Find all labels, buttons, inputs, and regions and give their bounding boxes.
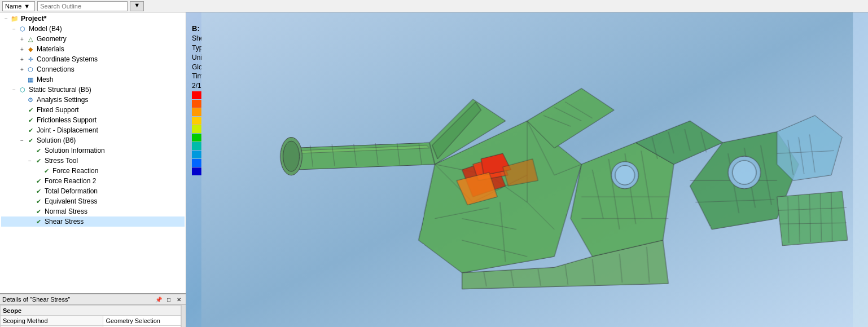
expand-icon-3[interactable]: + [18, 45, 26, 53]
details-header: Details of "Shear Stress" 📌 □ ✕ [0, 294, 186, 305]
details-section-header: Scope [1, 306, 181, 316]
expand-icon-9[interactable] [18, 106, 26, 114]
tree-item-20[interactable]: ✔Shear Stress [1, 216, 185, 227]
item-icon-10: ✔ [26, 116, 35, 125]
expand-icon-8[interactable] [18, 96, 26, 104]
expand-icon-13[interactable] [26, 147, 34, 154]
tree-item-3[interactable]: +◆Materials [1, 44, 185, 54]
item-label-8: Analysis Settings [37, 96, 88, 104]
item-icon-0: 📁 [10, 14, 19, 23]
expand-icon-20[interactable] [26, 218, 34, 226]
tree-item-11[interactable]: ✔Joint - Displacement [1, 125, 185, 135]
item-icon-12: ✔ [26, 136, 35, 145]
item-label-0: Project* [21, 15, 46, 23]
name-label: Name [5, 3, 21, 10]
details-close-button[interactable]: ✕ [174, 295, 183, 304]
item-icon-6: ▦ [26, 75, 35, 84]
details-title: Details of "Shear Stress" [2, 296, 70, 303]
details-table: ScopeScoping MethodGeometry SelectionGeo… [0, 305, 181, 327]
viewport[interactable]: B: Static Structural Shear Stress Type: … [186, 12, 868, 327]
tree-item-0[interactable]: −📁Project* [1, 14, 185, 24]
item-label-5: Connections [37, 65, 74, 73]
main-content: −📁Project*−⬡Model (B4)+△Geometry+◆Materi… [0, 12, 868, 327]
item-label-16: Force Reaction 2 [45, 177, 96, 185]
expand-icon-4[interactable]: + [18, 55, 26, 63]
tree-item-16[interactable]: ✔Force Reaction 2 [1, 176, 185, 186]
expand-icon-6[interactable] [18, 76, 26, 83]
tree-item-18[interactable]: ✔Equivalent Stress [1, 196, 185, 206]
expand-icon-7[interactable]: − [10, 86, 18, 94]
svg-point-62 [615, 165, 635, 185]
item-label-3: Materials [37, 45, 64, 53]
item-icon-14: ✔ [34, 156, 43, 165]
tree-item-12[interactable]: −✔Solution (B6) [1, 135, 185, 145]
search-input[interactable] [37, 1, 128, 11]
tree-item-13[interactable]: ✔Solution Information [1, 145, 185, 156]
expand-icon-0[interactable]: − [2, 15, 10, 23]
item-label-19: Normal Stress [45, 207, 87, 215]
expand-icon-2[interactable]: + [18, 35, 26, 43]
item-icon-4: ✛ [26, 55, 35, 64]
item-icon-7: ⬡ [18, 85, 27, 94]
expand-icon-17[interactable] [26, 187, 34, 195]
expand-icon-12[interactable]: − [18, 136, 26, 144]
svg-marker-70 [777, 191, 848, 245]
tree-item-2[interactable]: +△Geometry [1, 34, 185, 44]
expand-icon-10[interactable] [18, 116, 26, 124]
top-bar: Name ▼ ▼ [0, 0, 868, 12]
tree-item-19[interactable]: ✔Normal Stress [1, 206, 185, 216]
tree-item-1[interactable]: −⬡Model (B4) [1, 24, 185, 34]
expand-icon-15[interactable] [34, 167, 42, 175]
item-label-13: Solution Information [45, 147, 105, 154]
expand-icon-19[interactable] [26, 207, 34, 215]
fea-visualization [186, 12, 868, 327]
tree-item-8[interactable]: ⚙Analysis Settings [1, 95, 185, 105]
expand-icon-18[interactable] [26, 197, 34, 205]
item-label-10: Frictionless Support [37, 116, 97, 124]
item-icon-8: ⚙ [26, 95, 35, 104]
expand-icon-11[interactable] [18, 126, 26, 134]
expand-icon-14[interactable]: − [26, 157, 34, 165]
svg-point-60 [283, 141, 299, 171]
tree-item-10[interactable]: ✔Frictionless Support [1, 115, 185, 125]
item-label-14: Stress Tool [45, 157, 78, 165]
item-icon-19: ✔ [34, 207, 43, 216]
item-icon-11: ✔ [26, 126, 35, 135]
item-icon-1: ⬡ [18, 24, 27, 33]
tree-item-14[interactable]: −✔Stress Tool [1, 156, 185, 166]
item-icon-16: ✔ [34, 176, 43, 185]
item-icon-9: ✔ [26, 105, 35, 114]
item-icon-3: ◆ [26, 45, 35, 54]
expand-icon-1[interactable]: − [10, 25, 18, 33]
tree-item-17[interactable]: ✔Total Deformation [1, 186, 185, 196]
expand-icon-16[interactable] [26, 177, 34, 185]
item-label-11: Joint - Displacement [37, 126, 98, 134]
tree-item-9[interactable]: ✔Fixed Support [1, 105, 185, 115]
details-scrollbar[interactable] [181, 305, 186, 327]
item-icon-18: ✔ [34, 197, 43, 206]
tree-item-7[interactable]: −⬡Static Structural (B5) [1, 85, 185, 95]
details-pin-button[interactable]: 📌 [154, 295, 163, 304]
item-icon-2: △ [26, 34, 35, 43]
expand-icon-5[interactable]: + [18, 65, 26, 73]
item-label-20: Shear Stress [45, 218, 84, 226]
name-dropdown-arrow: ▼ [24, 3, 30, 10]
item-label-7: Static Structural (B5) [29, 86, 91, 94]
name-dropdown[interactable]: Name ▼ [2, 1, 35, 11]
tree-item-6[interactable]: ▦Mesh [1, 74, 185, 85]
tree-item-4[interactable]: +✛Coordinate Systems [1, 54, 185, 64]
left-panel: −📁Project*−⬡Model (B4)+△Geometry+◆Materi… [0, 12, 186, 327]
details-key: Scoping Method [1, 316, 103, 326]
tree-item-5[interactable]: +⬡Connections [1, 64, 185, 74]
item-icon-20: ✔ [34, 217, 43, 226]
tree-item-15[interactable]: ✔Force Reaction [1, 166, 185, 176]
svg-point-64 [733, 161, 756, 184]
details-undock-button[interactable]: □ [164, 295, 173, 304]
filter-button[interactable]: ▼ [130, 1, 144, 11]
details-value[interactable]: Geometry Selection [103, 316, 181, 326]
item-label-18: Equivalent Stress [45, 197, 97, 205]
item-icon-13: ✔ [34, 146, 43, 155]
item-icon-5: ⬡ [26, 65, 35, 74]
item-icon-15: ✔ [42, 166, 51, 175]
item-label-9: Fixed Support [37, 106, 79, 114]
